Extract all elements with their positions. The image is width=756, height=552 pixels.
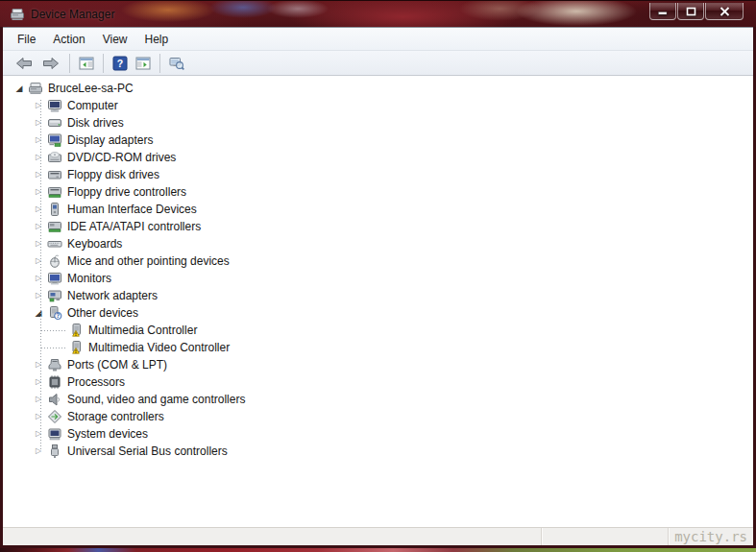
statusbar-separator [668, 528, 669, 545]
minimize-button[interactable] [649, 3, 676, 20]
expander-icon[interactable]: ▷ [32, 166, 45, 183]
tree-item[interactable]: ▷ System devices [3, 425, 753, 443]
system-device-icon [47, 426, 62, 442]
expander-icon[interactable]: ▷ [32, 408, 45, 425]
close-button[interactable] [705, 3, 744, 20]
expander-icon[interactable]: ▷ [32, 270, 45, 287]
tree-item[interactable]: ▷ Processors [3, 373, 753, 391]
monitor-icon [47, 271, 62, 286]
expander-icon[interactable]: ▷ [32, 114, 45, 132]
tree-item[interactable]: ▷ Disk drives [3, 114, 753, 132]
expander-icon[interactable]: ▷ [32, 443, 45, 460]
menu-help[interactable]: Help [136, 30, 178, 49]
menu-file[interactable]: File [9, 30, 44, 49]
expander-icon[interactable]: ▷ [32, 132, 45, 149]
tree-item[interactable]: ▷ Network adapters [3, 287, 753, 304]
console-tree-icon [79, 56, 94, 71]
computer-icon [47, 98, 62, 113]
toolbar-separator [103, 54, 104, 73]
tree-item[interactable]: ▷ Floppy disk drives [3, 166, 753, 183]
expander-icon[interactable]: ▷ [32, 201, 45, 218]
tree-item[interactable]: ▷ Floppy drive controllers [3, 183, 753, 201]
menu-view[interactable]: View [94, 30, 136, 49]
action-pane-icon [135, 56, 151, 71]
scan-for-hardware-changes-button[interactable] [165, 53, 188, 74]
expander-icon[interactable]: ◢ [32, 304, 45, 322]
tree-item-label: Keyboards [62, 237, 122, 251]
device-tree: ◢ BruceLee-sa-PC ▷ Computer ▷ Disk drive… [3, 76, 753, 527]
tree-item[interactable]: ▷ Sound, video and game controllers [3, 391, 753, 408]
processor-icon [47, 374, 62, 390]
tree-item[interactable]: ▷ DVD/CD-ROM drives [3, 149, 753, 166]
maximize-icon [686, 7, 696, 16]
expander-icon[interactable]: ▷ [32, 218, 45, 235]
tree-item[interactable]: ▷ Ports (COM & LPT) [3, 356, 753, 373]
tree-item[interactable]: ▷ IDE ATA/ATAPI controllers [3, 218, 753, 235]
expander-icon[interactable]: ▷ [32, 391, 45, 408]
tree-item[interactable]: ▷ Human Interface Devices [3, 201, 753, 218]
tree-item[interactable]: Multimedia Controller [3, 322, 753, 339]
serial-port-icon [47, 357, 62, 372]
menubar: File Action View Help [3, 28, 753, 51]
mouse-icon [47, 253, 62, 269]
tree-item[interactable]: ◢ Other devices [3, 304, 753, 322]
minimize-icon [658, 7, 668, 15]
expander-icon[interactable]: ◢ [12, 80, 26, 97]
tree-item-label: Computer [62, 99, 118, 112]
tree-item-label: IDE ATA/ATAPI controllers [62, 220, 201, 233]
show-action-pane-button[interactable] [132, 53, 155, 74]
tree-item-label: Sound, video and game controllers [62, 393, 245, 406]
tree-item[interactable]: ◢ BruceLee-sa-PC [3, 80, 753, 97]
tree-item[interactable]: ▷ Monitors [3, 270, 753, 287]
back-icon [14, 56, 34, 71]
titlebar[interactable]: Device Manager [0, 0, 756, 27]
desktop-background: Device Manager [0, 0, 756, 552]
tree-item[interactable]: Multimedia Video Controller [3, 339, 753, 356]
tree-item-label: Disk drives [62, 116, 124, 130]
expander-icon[interactable]: ▷ [32, 235, 45, 252]
tree-item-label: DVD/CD-ROM drives [62, 151, 176, 164]
toolbar [3, 51, 753, 76]
expander-icon[interactable]: ▷ [32, 425, 45, 443]
expander-icon[interactable]: ▷ [32, 287, 45, 304]
close-icon [719, 7, 730, 16]
client-area: File Action View Help [3, 27, 753, 544]
tree-item-label: Network adapters [62, 289, 158, 302]
window-controls [649, 3, 744, 20]
expander-icon[interactable]: ▷ [32, 183, 45, 201]
maximize-button[interactable] [677, 3, 704, 20]
floppy-drive-icon [47, 167, 62, 182]
tree-item-label: Storage controllers [62, 410, 164, 423]
tree-item[interactable]: ▷ Keyboards [3, 235, 753, 252]
tree-connector [41, 339, 66, 356]
tree-item[interactable]: ▷ Mice and other pointing devices [3, 252, 753, 270]
tree-item-label: Ports (COM & LPT) [62, 358, 167, 372]
statusbar: mycity.rs [3, 527, 753, 545]
forward-button[interactable] [37, 53, 64, 74]
tree-item-label: Display adapters [62, 133, 153, 147]
tree-item-label: Floppy disk drives [62, 168, 159, 181]
tree-item[interactable]: ▷ Storage controllers [3, 408, 753, 425]
menu-action[interactable]: Action [44, 30, 93, 49]
expander-icon[interactable]: ▷ [32, 356, 45, 373]
sound-icon [47, 392, 62, 407]
tree-item[interactable]: ▷ Computer [3, 97, 753, 114]
warning-device-icon [68, 323, 84, 338]
display-adapter-icon [47, 132, 62, 148]
expander-icon[interactable]: ▷ [32, 97, 45, 114]
tree-item-label: Mice and other pointing devices [62, 254, 230, 268]
tree-item[interactable]: ▷ Universal Serial Bus controllers [3, 443, 753, 460]
expander-icon[interactable]: ▷ [32, 149, 45, 166]
help-button[interactable] [109, 53, 132, 74]
tree-item-label: Monitors [62, 272, 111, 285]
show-console-tree-button[interactable] [75, 53, 98, 74]
computer-root-icon [28, 81, 43, 96]
back-button[interactable] [11, 53, 37, 74]
warning-device-icon [68, 340, 84, 355]
keyboard-icon [47, 236, 62, 252]
expander-icon[interactable]: ▷ [32, 373, 45, 391]
expander-icon[interactable]: ▷ [32, 252, 45, 270]
statusbar-separator [541, 528, 542, 545]
tree-item[interactable]: ▷ Display adapters [3, 132, 753, 149]
storage-controller-icon [47, 409, 62, 424]
